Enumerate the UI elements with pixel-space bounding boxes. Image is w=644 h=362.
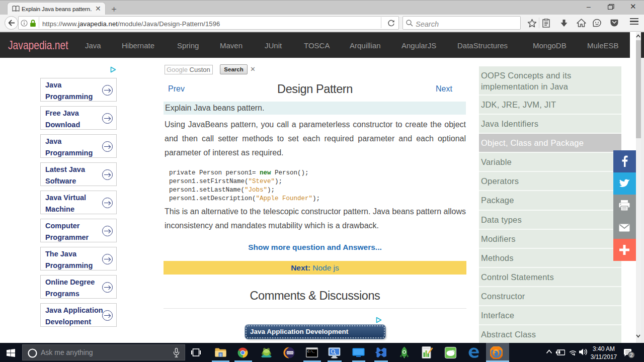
svg-text:C:\_: C:\_	[307, 350, 315, 353]
